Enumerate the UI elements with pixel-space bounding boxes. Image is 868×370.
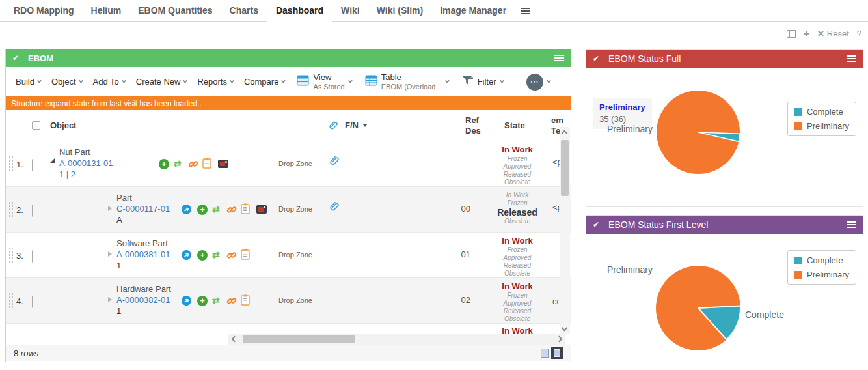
create-new-menu[interactable]: Create New [131,74,192,89]
add-icon[interactable]: + [197,205,208,215]
scroll-up-icon[interactable] [562,130,568,137]
add-icon[interactable]: + [197,250,208,261]
tab-wiki-slim[interactable]: Wiki (Slim) [368,0,431,21]
compact-view-icon[interactable] [541,349,549,358]
navigate-icon[interactable]: ➔ [180,203,193,216]
col-object[interactable]: Object [50,110,76,141]
link-icon[interactable] [226,296,237,309]
scroll-down-icon[interactable] [562,325,568,332]
panel-menu-icon[interactable] [847,55,856,62]
tree-expand-icon[interactable] [108,206,112,211]
table-row-5-partial[interactable]: In Work [6,324,571,334]
table-row-2[interactable]: 2. Part C-0000117-01 A ➔ + ⇄ Drop Zone 0… [6,187,571,233]
select-all-checkbox[interactable] [32,110,40,141]
table-row-1[interactable]: 1. Nut Part A-0000131-01 1 | 2 + ⇄ Drop … [6,141,571,187]
filter-menu[interactable]: Filter [456,76,509,88]
add-icon[interactable]: + [159,159,169,169]
drop-zone[interactable]: Drop Zone [266,205,325,213]
table-selector[interactable]: Table EBOM (Overload... [359,73,455,91]
link-icon[interactable] [188,159,198,172]
panel-menu-icon[interactable] [847,221,856,228]
attachment-paperclip-icon[interactable] [330,201,340,215]
tab-wiki[interactable]: Wiki [332,0,368,21]
tab-image-manager[interactable]: Image Manager [431,0,515,21]
attachment-paperclip-icon[interactable] [330,156,340,169]
scroll-left-icon[interactable] [232,336,238,343]
row-checkbox[interactable] [32,205,33,217]
link-icon[interactable] [226,250,237,263]
nav-menu-icon[interactable] [521,8,530,14]
build-menu[interactable]: Build [11,74,46,89]
object-link[interactable]: A-0000131-01 [59,158,113,169]
object-menu[interactable]: Object [47,74,87,89]
tree-collapse-icon[interactable] [50,158,55,163]
object-sub-link[interactable]: 1 | 2 [59,169,113,180]
image-icon[interactable] [218,160,228,168]
clipboard-icon[interactable] [241,249,250,263]
drop-zone[interactable]: Drop Zone [266,296,325,304]
image-icon[interactable] [256,205,267,214]
tree-expand-icon[interactable] [108,297,112,302]
pie-chart-first-level[interactable] [653,263,744,356]
pie-chart-full[interactable] [653,87,744,180]
col-state[interactable]: State [504,110,525,141]
legend-item-complete[interactable]: Complete [794,107,849,117]
compare-menu[interactable]: Compare [239,74,290,89]
help-button[interactable]: ? [857,29,861,38]
reset-button[interactable]: ✕ Reset [817,29,849,38]
sync-icon[interactable]: ⇄ [212,204,220,214]
tab-charts[interactable]: Charts [221,0,267,21]
drag-handle[interactable] [8,292,14,309]
tree-expand-icon[interactable] [108,251,112,257]
link-icon[interactable] [226,205,237,218]
tab-dashboard[interactable]: Dashboard [267,0,332,22]
row-checkbox[interactable] [32,296,33,308]
clipboard-icon[interactable] [202,158,211,171]
clipboard-icon[interactable] [241,203,250,217]
col-ref-des[interactable]: RefDes [465,110,481,141]
scroll-right-icon[interactable] [556,336,563,343]
ref-des-cell: 01 [429,249,470,259]
ebom-panel-menu-icon[interactable] [554,55,564,61]
sync-icon[interactable]: ⇄ [212,295,220,306]
vertical-scroll-thumb[interactable] [561,140,569,196]
drag-handle[interactable] [8,156,14,173]
state-cell: In Work Frozen Approved Released Obsolet… [485,236,550,278]
row-checkbox[interactable] [32,251,33,263]
navigate-icon[interactable]: ➔ [180,294,193,307]
object-link[interactable]: A-0000382-01 [116,294,171,306]
table-row-3[interactable]: 3. Software Part A-0000381-01 1 ➔ + ⇄ Dr… [6,233,571,278]
drag-handle[interactable] [8,247,14,264]
full-view-icon[interactable] [551,347,563,359]
sync-icon[interactable]: ⇄ [174,158,182,169]
table-row-4[interactable]: 4. Hardware Part A-0000382-01 1 ➔ + ⇄ Dr… [6,278,571,324]
dashboard-utility-bar: + ✕ Reset ? [787,29,861,38]
col-fn-sort[interactable]: F/N [345,110,368,141]
sync-icon[interactable]: ⇄ [212,249,220,260]
tab-ebom-quantities[interactable]: EBOM Quantities [129,0,221,21]
add-to-menu[interactable]: Add To [88,74,130,89]
tab-rdo-mapping[interactable]: RDO Mapping [5,0,83,21]
drop-zone[interactable]: Drop Zone [266,251,325,259]
drop-zone[interactable]: Drop Zone [266,160,325,167]
horizontal-scroll-thumb[interactable] [243,335,355,343]
add-panel-button[interactable]: + [804,30,809,38]
object-link[interactable]: A-0000381-01 [116,249,170,260]
more-actions-menu[interactable]: ⋯ [521,74,556,91]
legend-item-preliminary[interactable]: Preliminary [794,270,849,279]
vertical-scrollbar[interactable] [560,127,570,334]
clipboard-icon[interactable] [241,294,250,308]
navigate-icon[interactable]: ➔ [180,248,193,262]
legend-item-preliminary[interactable]: Preliminary [794,121,849,131]
add-icon[interactable]: + [197,296,208,306]
column-layout-icon[interactable] [787,30,796,38]
legend-item-complete[interactable]: Complete [794,255,849,265]
reports-menu[interactable]: Reports [193,74,238,89]
row-checkbox[interactable] [32,160,33,171]
horizontal-scrollbar[interactable] [228,334,565,345]
close-icon: ✕ [817,29,824,38]
tab-helium[interactable]: Helium [83,0,130,21]
view-selector[interactable]: View As Stored [291,73,357,91]
drag-handle[interactable] [8,201,14,218]
object-link[interactable]: C-0000117-01 [116,203,170,214]
